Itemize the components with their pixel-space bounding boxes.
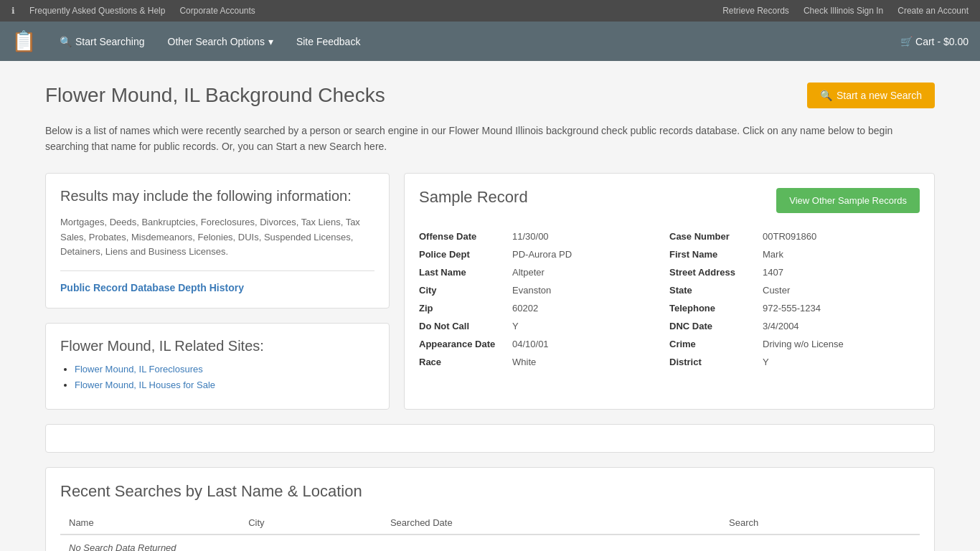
record-value: Altpeter <box>512 267 545 278</box>
record-label: City <box>419 285 512 296</box>
record-row: Telephone972-555-1234 <box>669 299 920 317</box>
record-row: DistrictY <box>669 353 920 371</box>
record-label: Last Name <box>419 267 512 278</box>
record-row: CrimeDriving w/o License <box>669 335 920 353</box>
table-body: No Search Data Returned <box>60 534 920 551</box>
record-label: Race <box>419 357 512 367</box>
list-item: Flower Mound, IL Houses for Sale <box>75 379 374 390</box>
record-row: Do Not CallY <box>419 317 669 335</box>
record-value: 3/4/2004 <box>763 321 799 331</box>
record-label: Do Not Call <box>419 321 512 331</box>
record-label: Street Address <box>669 267 763 278</box>
top-bar-right: Retrieve Records Check Illinois Sign In … <box>722 6 969 16</box>
record-row: DNC Date3/4/2004 <box>669 317 920 335</box>
related-sites-box: Flower Mound, IL Related Sites: Flower M… <box>45 323 390 410</box>
record-label: Offense Date <box>419 231 512 242</box>
top-bar: Frequently Asked Questions & Help Corpor… <box>0 0 980 22</box>
check-illinois-signin-link[interactable]: Check Illinois Sign In <box>804 6 883 16</box>
record-row: CityEvanston <box>419 281 669 299</box>
page-title-row: Flower Mound, IL Background Checks 🔍 Sta… <box>45 83 935 108</box>
sample-record-title: Sample Record <box>419 188 528 207</box>
record-label: Zip <box>419 303 512 314</box>
record-row: Police DeptPD-Aurora PD <box>419 245 669 263</box>
record-row: Case Number00TR091860 <box>669 227 920 245</box>
search-btn-icon: 🔍 <box>820 90 832 101</box>
search-icon: 🔍 <box>60 36 72 47</box>
sample-record-header: Sample Record View Other Sample Records <box>419 188 920 213</box>
view-other-sample-records-button[interactable]: View Other Sample Records <box>776 188 920 213</box>
record-label: Appearance Date <box>419 339 512 349</box>
cart-area: 🛒 Cart - $0.00 <box>900 36 969 47</box>
record-col-left: Offense Date11/30/00Police DeptPD-Aurora… <box>419 227 669 371</box>
create-account-link[interactable]: Create an Account <box>897 6 969 16</box>
table-header: NameCitySearched DateSearch <box>60 512 920 534</box>
table-column-header: Name <box>60 512 240 534</box>
record-row: First NameMark <box>669 245 920 263</box>
record-row: Last NameAltpeter <box>419 263 669 281</box>
corporate-accounts-link[interactable]: Corporate Accounts <box>179 6 255 16</box>
related-sites-title: Flower Mound, IL Related Sites: <box>60 338 374 354</box>
sample-record-panel: Sample Record View Other Sample Records … <box>404 173 935 410</box>
record-row: Street Address1407 <box>669 263 920 281</box>
info-circle-icon <box>11 6 15 16</box>
record-value: Driving w/o License <box>763 339 844 349</box>
search-table-wrapper: NameCitySearched DateSearch No Search Da… <box>60 512 920 551</box>
start-searching-link[interactable]: 🔍 Start Searching <box>51 30 154 53</box>
table-header-row: NameCitySearched DateSearch <box>60 512 920 534</box>
record-label: Police Dept <box>419 249 512 260</box>
related-sites-list: Flower Mound, IL Foreclosures Flower Mou… <box>60 363 374 390</box>
content-grid: Results may include the following inform… <box>45 173 935 410</box>
record-value: Y <box>763 357 769 367</box>
record-label: DNC Date <box>669 321 763 331</box>
record-value: 04/10/01 <box>512 339 549 349</box>
record-value: 60202 <box>512 303 538 314</box>
divider <box>60 270 374 271</box>
recent-searches-section: Recent Searches by Last Name & Location … <box>45 467 935 551</box>
record-row: StateCuster <box>669 281 920 299</box>
chevron-down-icon: ▾ <box>268 36 273 47</box>
db-depth-history-link[interactable]: Public Record Database Depth History <box>60 282 244 293</box>
main-content: Flower Mound, IL Background Checks 🔍 Sta… <box>31 61 949 551</box>
start-new-search-button[interactable]: 🔍 Start a new Search <box>807 83 935 108</box>
results-info-text: Mortgages, Deeds, Bankruptcies, Foreclos… <box>60 215 374 260</box>
results-info-title: Results may include the following inform… <box>60 188 374 204</box>
record-value: 1407 <box>763 267 783 278</box>
record-value: PD-Aurora PD <box>512 249 572 260</box>
record-value: 00TR091860 <box>763 231 816 242</box>
record-label: Case Number <box>669 231 763 242</box>
retrieve-records-link[interactable]: Retrieve Records <box>722 6 789 16</box>
site-logo-icon: 📋 <box>11 29 37 53</box>
record-row: Appearance Date04/10/01 <box>419 335 669 353</box>
record-row: RaceWhite <box>419 353 669 371</box>
record-value: Custer <box>763 285 790 296</box>
foreclosures-link[interactable]: Flower Mound, IL Foreclosures <box>75 364 203 375</box>
faq-link[interactable]: Frequently Asked Questions & Help <box>29 6 165 16</box>
record-row: Zip60202 <box>419 299 669 317</box>
separator-bar <box>45 424 935 453</box>
record-grid: Offense Date11/30/00Police DeptPD-Aurora… <box>419 227 920 371</box>
results-info-box: Results may include the following inform… <box>45 173 390 309</box>
record-label: State <box>669 285 763 296</box>
left-panel: Results may include the following inform… <box>45 173 390 410</box>
record-value: 972-555-1234 <box>763 303 821 314</box>
recent-searches-title: Recent Searches by Last Name & Location <box>60 482 920 501</box>
record-label: First Name <box>669 249 763 260</box>
top-bar-left: Frequently Asked Questions & Help Corpor… <box>11 6 255 16</box>
nav-left: 📋 🔍 Start Searching Other Search Options… <box>11 29 369 53</box>
no-data-cell: No Search Data Returned <box>60 534 920 551</box>
table-column-header: Search <box>720 512 920 534</box>
record-value: Y <box>512 321 519 331</box>
record-row: Offense Date11/30/00 <box>419 227 669 245</box>
record-value: White <box>512 357 536 367</box>
houses-for-sale-link[interactable]: Flower Mound, IL Houses for Sale <box>75 380 215 390</box>
nav-bar: 📋 🔍 Start Searching Other Search Options… <box>0 22 980 61</box>
record-label: Telephone <box>669 303 763 314</box>
other-search-options-link[interactable]: Other Search Options ▾ <box>159 30 282 53</box>
site-feedback-link[interactable]: Site Feedback <box>288 30 369 53</box>
record-value: Evanston <box>512 285 551 296</box>
search-table: NameCitySearched DateSearch No Search Da… <box>60 512 920 551</box>
record-value: 11/30/00 <box>512 231 549 242</box>
table-column-header: City <box>240 512 382 534</box>
record-label: Crime <box>669 339 763 349</box>
table-row: No Search Data Returned <box>60 534 920 551</box>
